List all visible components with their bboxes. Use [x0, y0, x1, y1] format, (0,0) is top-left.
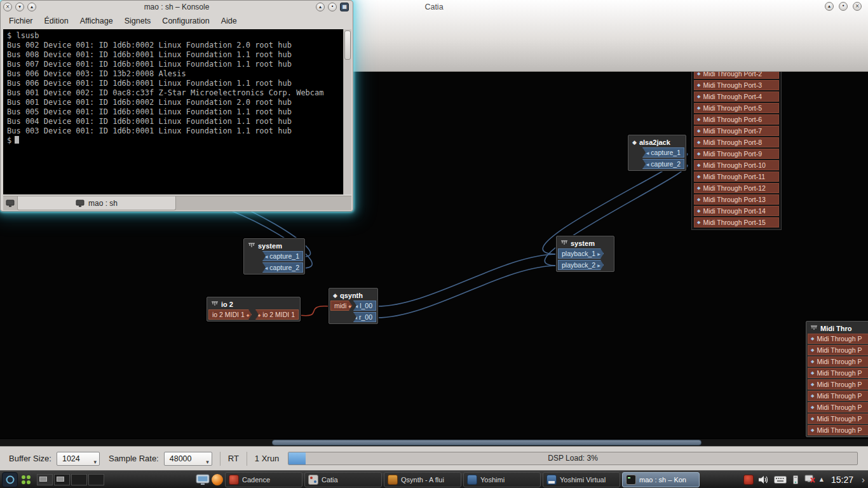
node-header[interactable]: Midi Thro — [808, 323, 868, 334]
midi-port[interactable]: ◆Midi Through Port-6 — [694, 114, 779, 125]
port-l00[interactable]: ◀l_00 — [353, 301, 376, 311]
pager-desktop-4[interactable] — [88, 474, 104, 485]
task-catia[interactable]: Catia — [304, 472, 382, 487]
midi-port[interactable]: ◆Midi Through P — [808, 368, 868, 378]
buffer-size-select[interactable]: 1024▾ — [57, 452, 100, 466]
midi-port[interactable]: ◆Midi Through Port-3 — [694, 80, 779, 90]
port-playback-1[interactable]: playback_1▶ — [558, 248, 604, 259]
window-menu-button[interactable]: ■ — [340, 3, 349, 11]
network-disconnected-icon[interactable] — [804, 475, 816, 484]
terminal-output[interactable]: $ lsusb Bus 002 Device 001: ID 1d6b:0002… — [3, 29, 343, 194]
keep-above-button[interactable]: ▴ — [316, 3, 325, 11]
menu-fichier[interactable]: Fichier — [3, 15, 39, 27]
task-qsynth[interactable]: Qsynth - A flui — [384, 472, 461, 487]
midi-port[interactable]: ◆Midi Through P — [808, 425, 868, 435]
menu-configuration[interactable]: Configuration — [156, 15, 215, 27]
midi-port[interactable]: ◆Midi Through Port-8 — [694, 137, 779, 147]
midi-port[interactable]: ◆Midi Through Port-7 — [694, 126, 779, 136]
cadence-tray-icon[interactable] — [743, 475, 754, 485]
node-midi-through-bottom[interactable]: Midi Thro ◆Midi Through P ◆Midi Through … — [806, 321, 868, 437]
midi-port[interactable]: ◆Midi Through Port-12 — [694, 183, 779, 193]
node-header[interactable]: ◆qsynth — [330, 290, 376, 301]
node-header[interactable]: system — [245, 240, 303, 251]
node-qsynth[interactable]: ◆qsynth midi◆ ◀l_00 ◀r_00 — [329, 288, 378, 324]
terminal-scrollbar[interactable] — [343, 29, 351, 194]
midi-port-icon: ◆ — [811, 382, 814, 387]
task-yoshimi-virtual-keyboard[interactable]: Yoshimi Virtual — [543, 472, 620, 487]
menu-aide[interactable]: Aide — [215, 15, 243, 27]
midi-port[interactable]: ◆Midi Through Port-5 — [694, 103, 779, 113]
midi-port[interactable]: ◆Midi Through P — [808, 345, 868, 355]
maximize-button[interactable]: ▴ — [825, 2, 834, 11]
pager-desktop-3[interactable] — [71, 474, 87, 485]
menu-affichage[interactable]: Affichage — [74, 15, 119, 27]
port-playback-2[interactable]: playback_2▶ — [558, 260, 604, 270]
midi-port[interactable]: ◆Midi Through P — [808, 414, 868, 424]
midi-port[interactable]: ◆Midi Through Port-13 — [694, 194, 779, 205]
task-cadence[interactable]: Cadence — [225, 472, 302, 487]
sample-rate-select[interactable]: 48000▾ — [164, 452, 212, 466]
pager-desktop-2[interactable] — [54, 474, 70, 485]
activities-icon[interactable] — [20, 473, 32, 486]
port-capture-1[interactable]: ◀capture_1 — [262, 251, 303, 261]
midi-port[interactable]: ◆Midi Through Port-4 — [694, 92, 779, 102]
node-alsa2jack[interactable]: ◆alsa2jack ◀capture_1 ◀capture_2 — [628, 135, 686, 171]
node-system-playback[interactable]: system playback_1▶ playback_2▶ — [556, 236, 614, 272]
port-capture-2[interactable]: ◀capture_2 — [262, 262, 303, 273]
midi-port[interactable]: ◆Midi Through P — [808, 334, 868, 344]
close-button[interactable]: × — [3, 3, 12, 11]
shade-button[interactable]: • — [839, 2, 848, 11]
konsole-titlebar[interactable]: × ▾ ▴ mao : sh – Konsole ▴ • ■ — [1, 1, 353, 14]
node-io2[interactable]: io 2 io 2 MIDI 1◆ ◆io 2 MIDI 1 — [207, 297, 301, 322]
midi-port[interactable]: ◆Midi Through P — [808, 379, 868, 390]
midi-port[interactable]: ◆Midi Through Port-14 — [694, 206, 779, 216]
midi-port[interactable]: ◆Midi Through P — [808, 391, 868, 401]
port-io2-midi-out[interactable]: ◆io 2 MIDI 1 — [255, 309, 299, 320]
task-label: Catia — [322, 476, 338, 484]
tray-expand-icon[interactable]: ▲ — [820, 477, 824, 482]
scrollbar-thumb[interactable] — [272, 440, 702, 445]
maximize-button[interactable]: ▴ — [27, 3, 36, 11]
new-tab-button[interactable] — [3, 196, 17, 210]
task-yoshimi[interactable]: Yoshimi — [463, 472, 541, 487]
task-konsole[interactable]: mao : sh – Kon — [622, 472, 700, 487]
node-midi-through-top[interactable]: ◆Midi Through Port-2 ◆Midi Through Port-… — [691, 72, 782, 230]
node-header[interactable]: system — [558, 238, 613, 248]
midi-port[interactable]: ◆Midi Through P — [808, 356, 868, 367]
shade-button[interactable]: • — [328, 3, 337, 11]
port-midi-in[interactable]: midi◆ — [330, 301, 352, 311]
node-system-capture[interactable]: system ◀capture_1 ◀capture_2 — [243, 238, 305, 274]
monitor-icon[interactable] — [196, 474, 210, 485]
tab-mao-sh[interactable]: mao : sh — [17, 196, 176, 210]
app-launcher-icon[interactable] — [2, 472, 18, 487]
minimize-button[interactable]: ▾ — [15, 3, 24, 11]
port-io2-midi-in[interactable]: io 2 MIDI 1◆ — [208, 309, 252, 320]
system-tray: ▲ 15:27 › — [743, 474, 866, 485]
midi-port[interactable]: ◆Midi Through Port-10 — [694, 160, 779, 170]
midi-port[interactable]: ◆Midi Through Port-2 — [694, 72, 779, 79]
midi-port[interactable]: ◆Midi Through Port-9 — [694, 149, 779, 159]
midi-port[interactable]: ◆Midi Through Port-11 — [694, 172, 779, 182]
midi-port[interactable]: ◆Midi Through Port-15 — [694, 217, 779, 227]
device-notifier-icon[interactable] — [790, 475, 801, 485]
terminal-line: Bus 006 Device 003: ID 13b2:0008 Alesis — [7, 69, 339, 79]
port-capture-2[interactable]: ◀capture_2 — [642, 159, 684, 169]
panel-hide-icon[interactable]: › — [862, 474, 865, 485]
menu-edition[interactable]: Édition — [39, 15, 74, 27]
midi-port[interactable]: ◆Midi Through P — [808, 402, 868, 412]
port-label: midi — [334, 302, 346, 309]
volume-icon[interactable] — [757, 475, 770, 485]
globe-icon[interactable] — [212, 474, 223, 485]
keyboard-icon[interactable] — [774, 475, 787, 484]
menu-signets[interactable]: Signets — [119, 15, 157, 27]
clock[interactable]: 15:27 — [831, 475, 853, 485]
port-r00[interactable]: ◀r_00 — [353, 312, 376, 322]
pager-desktop-1[interactable] — [37, 474, 53, 485]
node-header[interactable]: ◆alsa2jack — [630, 137, 684, 147]
scrollbar-thumb[interactable] — [344, 30, 351, 60]
port-capture-1[interactable]: ◀capture_1 — [642, 147, 684, 158]
canvas-horizontal-scrollbar[interactable] — [0, 438, 868, 446]
node-header[interactable]: io 2 — [208, 299, 299, 309]
close-button[interactable]: × — [853, 2, 862, 11]
midi-wire — [299, 306, 330, 316]
